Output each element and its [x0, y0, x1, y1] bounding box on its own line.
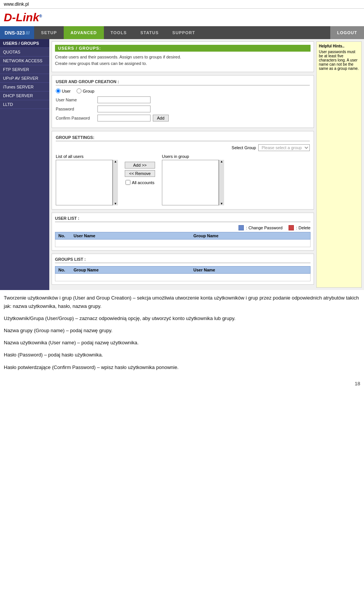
page-number-value: 18 — [355, 381, 360, 386]
select-group-row: Select Group Please select a group — [56, 144, 310, 151]
radio-user-input[interactable] — [56, 88, 61, 93]
main-layout: USERS / GROUPS QUOTAS NETWORK ACCESS FTP… — [0, 39, 364, 290]
radio-group-label[interactable]: Group — [77, 88, 94, 93]
groups-list-rows — [55, 274, 311, 281]
nav-advanced[interactable]: ADVANCED — [64, 26, 104, 39]
nav-status[interactable]: STATUS — [133, 26, 165, 39]
bottom-para2: Użytkownik/Grupa (User/Group) – zaznacz … — [4, 314, 360, 323]
password-row: Password — [56, 106, 310, 112]
content-area: USERS / GROUPS: Create users and their p… — [49, 39, 364, 290]
registered-trademark: ® — [39, 14, 42, 18]
radio-group-text: Group — [83, 89, 94, 93]
sidebar-item-lltd[interactable]: LLTD — [0, 100, 49, 109]
logo-area: D-Link® — [0, 9, 364, 26]
product-name: DNS-323 — [5, 30, 25, 36]
confirm-password-label: Confirm Password — [56, 116, 97, 120]
sidebar-item-network-access[interactable]: NETWORK ACCESS — [0, 57, 49, 65]
all-users-list[interactable] — [56, 160, 113, 205]
user-list-header: USER LIST : — [55, 216, 311, 222]
bottom-para5: Hasło (Password) – podaj hasło użytkowni… — [4, 351, 360, 359]
delete-label: : Delete — [296, 226, 311, 230]
content-main: USERS / GROUPS: Create users and their p… — [52, 41, 314, 288]
page-number: 18 — [0, 379, 364, 388]
desc-line2: Create new groups that users can be assi… — [55, 61, 147, 66]
sidebar: USERS / GROUPS QUOTAS NETWORK ACCESS FTP… — [0, 39, 49, 290]
page-title: USERS / GROUPS: — [55, 45, 311, 52]
users-in-group-list[interactable] — [162, 160, 219, 205]
groups-table-header: No. Group Name User Name — [55, 266, 311, 274]
change-password-icon — [238, 225, 244, 230]
password-input[interactable] — [97, 106, 151, 112]
website-url: www.dlink.pl — [4, 2, 29, 7]
all-users-scrollbar[interactable]: ▲ ▼ — [113, 160, 118, 205]
nav-tools[interactable]: TOOLS — [104, 26, 134, 39]
all-users-section: List of all users ▲ ▼ — [56, 154, 118, 205]
nav-setup[interactable]: SETUP — [34, 26, 64, 39]
sidebar-item-itunes-server[interactable]: iTunes SERVER — [0, 83, 49, 91]
users-in-group-label: Users in group — [162, 154, 224, 159]
desc-line1: Create users and their passwords. Assign… — [55, 55, 181, 59]
user-group-creation-panel: USER AND GROUP CREATION : User Group Use… — [52, 75, 314, 128]
nav-bar: DNS-323 /// SETUP ADVANCED TOOLS STATUS … — [0, 26, 364, 39]
sidebar-item-dhcp-server[interactable]: DHCP SERVER — [0, 91, 49, 100]
change-password-label: : Change Password — [246, 226, 282, 230]
page-intro-panel: USERS / GROUPS: Create users and their p… — [52, 41, 314, 72]
radio-group-input[interactable] — [77, 88, 82, 93]
groups-col-groupname: Group Name — [71, 266, 190, 273]
helpful-hints-box: Helpful Hints.. User passwords must be a… — [316, 41, 362, 288]
change-password-row: : Change Password : Delete — [55, 225, 311, 230]
username-row: User Name — [56, 96, 310, 103]
password-label: Password — [56, 107, 97, 111]
hints-title: Helpful Hints.. — [319, 44, 359, 48]
product-logo: DNS-323 /// — [0, 26, 34, 39]
scroll-up-icon[interactable]: ▲ — [114, 160, 117, 163]
users-in-group-section: Users in group ▲ ▼ — [162, 154, 224, 205]
confirm-password-input[interactable] — [97, 115, 151, 121]
delete-icon — [289, 225, 294, 230]
product-slashes: /// — [25, 30, 30, 36]
list-action-buttons: Add >> << Remove All accounts — [122, 162, 158, 185]
bottom-para4: Nazwa użytkownika (User name) – podaj na… — [4, 339, 360, 347]
radio-user-label[interactable]: User — [56, 88, 71, 93]
url-bar: www.dlink.pl — [0, 0, 364, 9]
groups-col-username: User Name — [190, 266, 310, 273]
scroll-up-icon-2[interactable]: ▲ — [220, 160, 223, 163]
user-list-table-header: No. User Name Group Name — [55, 232, 311, 240]
user-list-rows — [55, 240, 311, 247]
sidebar-item-quotas[interactable]: QUOTAS — [0, 48, 49, 57]
add-to-group-button[interactable]: Add >> — [125, 162, 155, 169]
bottom-para1: Tworzenie użytkowników i grup (User and … — [4, 294, 360, 311]
add-button[interactable]: Add — [153, 115, 169, 121]
col-no: No. — [55, 232, 71, 239]
bottom-content: Tworzenie użytkowników i grup (User and … — [0, 290, 364, 379]
all-users-label: List of all users — [56, 154, 118, 159]
radio-user-text: User — [62, 89, 71, 93]
user-list-panel: USER LIST : : Change Password : Delete N… — [52, 213, 314, 251]
hints-text: User passwords must be at least five cha… — [319, 50, 359, 71]
users-in-group-scrollbar[interactable]: ▲ ▼ — [219, 160, 224, 205]
select-group-dropdown[interactable]: Please select a group — [258, 144, 310, 151]
sidebar-item-ftp-server[interactable]: FTP SERVER — [0, 65, 49, 74]
nav-support[interactable]: SUPPORT — [166, 26, 202, 39]
all-accounts-row: All accounts — [126, 180, 154, 185]
brand-logo: D-Link® — [4, 12, 42, 24]
scroll-down-icon[interactable]: ▼ — [114, 202, 117, 205]
radio-row: User Group — [56, 88, 310, 93]
username-label: User Name — [56, 98, 97, 102]
sidebar-item-upnp-av-server[interactable]: UPnP AV SERVER — [0, 74, 49, 83]
group-settings-panel: GROUP SETTINGS: Select Group Please sele… — [52, 131, 314, 210]
scroll-down-icon-2[interactable]: ▼ — [220, 202, 223, 205]
confirm-password-row: Confirm Password Add — [56, 115, 310, 121]
username-input[interactable] — [97, 96, 151, 103]
bottom-para6: Hasło potwierdzające (Confirm Password) … — [4, 363, 360, 372]
creation-panel-header: USER AND GROUP CREATION : — [56, 79, 310, 85]
all-accounts-checkbox[interactable] — [126, 180, 130, 185]
groups-col-no: No. — [55, 266, 71, 273]
lists-row: List of all users ▲ ▼ Add >> — [56, 154, 310, 205]
remove-from-group-button[interactable]: << Remove — [125, 170, 155, 177]
col-username: User Name — [71, 232, 190, 239]
sidebar-item-users-groups[interactable]: USERS / GROUPS — [0, 39, 49, 48]
nav-logout[interactable]: LOGOUT — [330, 26, 364, 39]
content-wrapper: USERS / GROUPS: Create users and their p… — [52, 41, 362, 288]
all-accounts-label: All accounts — [132, 180, 154, 185]
